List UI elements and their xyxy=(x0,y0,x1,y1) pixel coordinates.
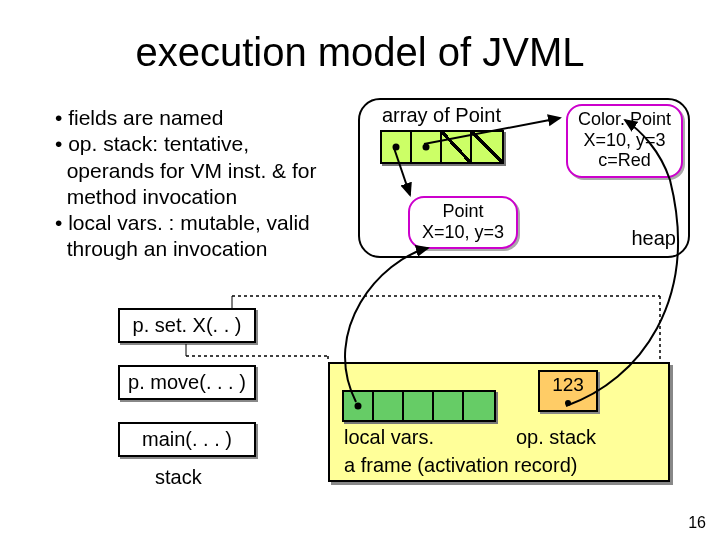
stack-frame-main: main(. . . ) xyxy=(118,422,256,457)
point-line1: Point xyxy=(422,201,504,222)
point-line2: X=10, y=3 xyxy=(422,222,504,243)
bullet-2c: method invocation xyxy=(55,184,345,210)
stack-frame-move: p. move(. . . ) xyxy=(118,365,256,400)
heap-label: heap xyxy=(632,227,677,250)
array-cell-1 xyxy=(412,132,442,162)
heap-region: array of Point heap Point X=10, y=3 Colo… xyxy=(358,98,690,258)
stack-label: stack xyxy=(155,466,202,489)
bullet-3b: through an invocation xyxy=(55,236,345,262)
array-cell-3-null xyxy=(472,132,502,162)
locals-label: local vars. xyxy=(344,426,434,449)
array-of-point xyxy=(380,130,504,164)
array-cell-2-null xyxy=(442,132,472,162)
bullet-2b: operands for VM inst. & for xyxy=(55,158,345,184)
array-label: array of Point xyxy=(382,104,501,127)
local-cell-0 xyxy=(344,392,374,420)
opstack-ref-dot xyxy=(565,400,571,406)
bullet-2a: • op. stack: tentative, xyxy=(55,131,345,157)
frame-caption: a frame (activation record) xyxy=(344,454,577,477)
colorpoint-line3: c=Red xyxy=(578,150,671,171)
activation-record: 123 local vars. op. stack a frame (activ… xyxy=(328,362,670,482)
point-object: Point X=10, y=3 xyxy=(408,196,518,249)
local-cell-3 xyxy=(434,392,464,420)
bullet-3a: • local vars. : mutable, valid xyxy=(55,210,345,236)
opstack-label: op. stack xyxy=(516,426,596,449)
page-number: 16 xyxy=(688,514,706,532)
slide-title: execution model of JVML xyxy=(0,30,720,75)
local-cell-4 xyxy=(464,392,494,420)
local-cell-1 xyxy=(374,392,404,420)
bullet-list: • fields are named • op. stack: tentativ… xyxy=(55,105,345,263)
operand-stack: 123 xyxy=(538,370,598,412)
bullet-1: • fields are named xyxy=(55,105,345,131)
stack-frame-setx: p. set. X(. . ) xyxy=(118,308,256,343)
colorpoint-line2: X=10, y=3 xyxy=(578,130,671,151)
colorpoint-line1: Color. Point xyxy=(578,109,671,130)
local-cell-2 xyxy=(404,392,434,420)
local-vars-array xyxy=(342,390,496,422)
opstack-top-value: 123 xyxy=(552,374,584,395)
colorpoint-object: Color. Point X=10, y=3 c=Red xyxy=(566,104,683,178)
array-cell-0 xyxy=(382,132,412,162)
